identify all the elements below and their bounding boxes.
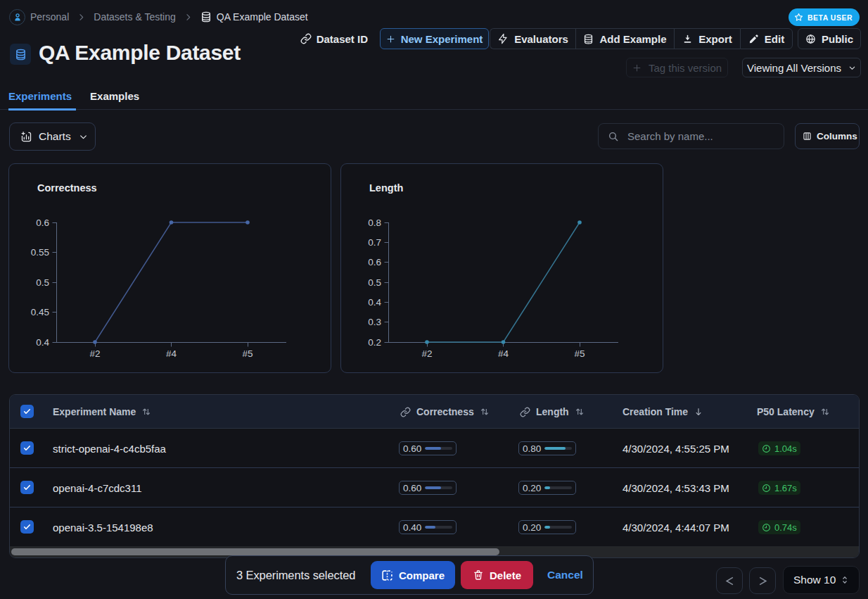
svg-text:#4: #4	[498, 348, 509, 359]
svg-text:#2: #2	[421, 348, 432, 359]
svg-text:0.55: 0.55	[31, 247, 49, 258]
svg-text:0.4: 0.4	[368, 297, 381, 308]
svg-text:0.45: 0.45	[31, 307, 49, 317]
svg-text:0.3: 0.3	[368, 317, 381, 327]
svg-text:0.6: 0.6	[368, 257, 381, 267]
svg-text:0.5: 0.5	[36, 277, 49, 288]
svg-text:#2: #2	[89, 348, 100, 359]
svg-text:#5: #5	[574, 348, 585, 359]
svg-text:0.6: 0.6	[36, 217, 49, 228]
svg-text:0.7: 0.7	[368, 237, 381, 248]
svg-text:0.5: 0.5	[368, 277, 381, 288]
svg-text:0.4: 0.4	[36, 337, 49, 348]
svg-text:#5: #5	[242, 348, 253, 359]
svg-text:#4: #4	[166, 348, 177, 359]
svg-text:0.8: 0.8	[368, 217, 381, 228]
svg-text:0.2: 0.2	[368, 337, 381, 348]
